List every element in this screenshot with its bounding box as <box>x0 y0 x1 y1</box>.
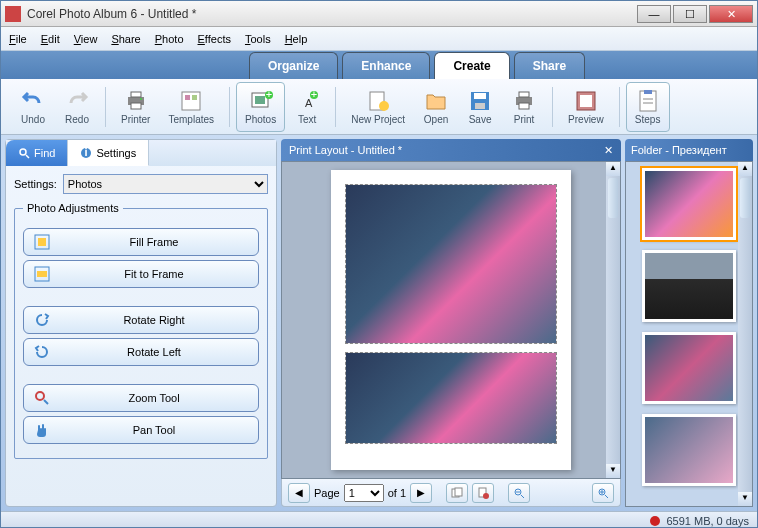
open-button[interactable]: Open <box>414 82 458 132</box>
save-button[interactable]: Save <box>458 82 502 132</box>
delete-page-icon <box>477 487 489 499</box>
scroll-thumb[interactable] <box>740 178 750 218</box>
templates-button[interactable]: Templates <box>159 82 223 132</box>
photos-button[interactable]: + Photos <box>236 82 285 132</box>
menu-edit[interactable]: Edit <box>41 33 60 45</box>
svg-rect-23 <box>580 95 592 107</box>
duplicate-icon <box>451 487 463 499</box>
undo-button[interactable]: Undo <box>11 82 55 132</box>
scroll-thumb[interactable] <box>608 178 618 218</box>
canvas-footer: ◀ Page 1 of 1 ▶ <box>281 479 621 507</box>
zoom-out-icon <box>513 487 525 499</box>
photos-icon: + <box>249 89 273 113</box>
statusbar: 6591 MB, 0 days <box>1 511 757 528</box>
svg-rect-35 <box>37 271 47 277</box>
canvas-area: Print Layout - Untitled * ✕ ▲ ▼ ◀ Page 1… <box>281 139 621 507</box>
close-button[interactable]: ✕ <box>709 5 753 23</box>
titlebar: Corel Photo Album 6 - Untitled * — ☐ ✕ <box>1 1 757 27</box>
page-select[interactable]: 1 <box>344 484 384 502</box>
new-project-button[interactable]: New Project <box>342 82 414 132</box>
page-next-button[interactable]: ▶ <box>410 483 432 503</box>
scroll-up-icon[interactable]: ▲ <box>738 162 752 176</box>
svg-rect-17 <box>474 93 486 99</box>
maximize-button[interactable]: ☐ <box>673 5 707 23</box>
menu-share[interactable]: Share <box>111 33 140 45</box>
thumb-scrollbar[interactable]: ▲ ▼ <box>738 162 752 506</box>
fit-to-frame-button[interactable]: Fit to Frame <box>23 260 259 288</box>
zoom-out-button[interactable] <box>508 483 530 503</box>
thumbnail-item[interactable] <box>642 414 736 486</box>
tab-organize[interactable]: Organize <box>249 52 338 79</box>
tab-enhance[interactable]: Enhance <box>342 52 430 79</box>
svg-line-29 <box>26 155 29 158</box>
svg-rect-20 <box>519 92 529 97</box>
steps-button[interactable]: Steps <box>626 82 670 132</box>
print-button[interactable]: Print <box>502 82 546 132</box>
canvas-body[interactable]: ▲ ▼ <box>281 161 621 479</box>
menu-tools[interactable]: Tools <box>245 33 271 45</box>
svg-rect-6 <box>192 95 197 100</box>
page-prev-button[interactable]: ◀ <box>288 483 310 503</box>
redo-button[interactable]: Redo <box>55 82 99 132</box>
zoom-tool-button[interactable]: Zoom Tool <box>23 384 259 412</box>
photo-slot-2[interactable] <box>345 352 557 444</box>
vertical-scrollbar[interactable]: ▲ ▼ <box>606 162 620 478</box>
rotate-left-button[interactable]: Rotate Left <box>23 338 259 366</box>
svg-point-15 <box>379 101 389 111</box>
page-delete-button[interactable] <box>472 483 494 503</box>
settings-tab[interactable]: i Settings <box>68 140 149 166</box>
rotate-right-button[interactable]: Rotate Right <box>23 306 259 334</box>
undo-icon <box>21 89 45 113</box>
svg-point-41 <box>483 493 489 499</box>
info-icon: i <box>80 147 92 159</box>
svg-rect-4 <box>182 92 200 110</box>
thumbnail-item[interactable] <box>642 332 736 404</box>
fill-frame-button[interactable]: Fill Frame <box>23 228 259 256</box>
settings-label: Settings: <box>14 178 57 190</box>
menu-view[interactable]: View <box>74 33 98 45</box>
svg-rect-21 <box>519 103 529 109</box>
svg-line-37 <box>44 400 48 404</box>
page-duplicate-button[interactable] <box>446 483 468 503</box>
search-icon <box>18 147 30 159</box>
find-tab[interactable]: Find <box>6 140 68 166</box>
tab-create[interactable]: Create <box>434 52 509 79</box>
right-panel: Folder - Президент ▲ ▼ <box>625 139 753 507</box>
window-title: Corel Photo Album 6 - Untitled * <box>27 7 637 21</box>
pan-tool-button[interactable]: Pan Tool <box>23 416 259 444</box>
svg-line-48 <box>605 495 608 498</box>
text-button[interactable]: A+ Text <box>285 82 329 132</box>
thumbnail-item[interactable] <box>642 168 736 240</box>
layout-page[interactable] <box>331 170 571 470</box>
zoom-in-button[interactable] <box>592 483 614 503</box>
minimize-button[interactable]: — <box>637 5 671 23</box>
page-label: Page <box>314 487 340 499</box>
scroll-down-icon[interactable]: ▼ <box>606 464 620 478</box>
templates-icon <box>179 89 203 113</box>
status-dot-icon <box>650 516 660 526</box>
menu-effects[interactable]: Effects <box>198 33 231 45</box>
menu-help[interactable]: Help <box>285 33 308 45</box>
menu-photo[interactable]: Photo <box>155 33 184 45</box>
svg-point-36 <box>36 392 44 400</box>
settings-dropdown[interactable]: Photos <box>63 174 268 194</box>
scroll-up-icon[interactable]: ▲ <box>606 162 620 176</box>
menubar: File Edit View Share Photo Effects Tools… <box>1 27 757 51</box>
menu-file[interactable]: File <box>9 33 27 45</box>
status-text: 6591 MB, 0 days <box>666 515 749 527</box>
tab-share[interactable]: Share <box>514 52 585 79</box>
printer-button[interactable]: Printer <box>112 82 159 132</box>
pan-icon <box>34 422 50 438</box>
svg-point-3 <box>140 98 142 100</box>
thumbnail-item[interactable] <box>642 250 736 322</box>
zoom-icon <box>34 390 50 406</box>
svg-rect-18 <box>475 103 485 109</box>
text-icon: A+ <box>295 89 319 113</box>
preview-button[interactable]: Preview <box>559 82 613 132</box>
scroll-down-icon[interactable]: ▼ <box>738 492 752 506</box>
svg-rect-1 <box>131 92 141 97</box>
svg-rect-2 <box>131 103 141 109</box>
left-panel: Find i Settings Settings: Photos Photo A… <box>5 139 277 507</box>
canvas-close-button[interactable]: ✕ <box>604 144 613 157</box>
photo-slot-1[interactable] <box>345 184 557 344</box>
